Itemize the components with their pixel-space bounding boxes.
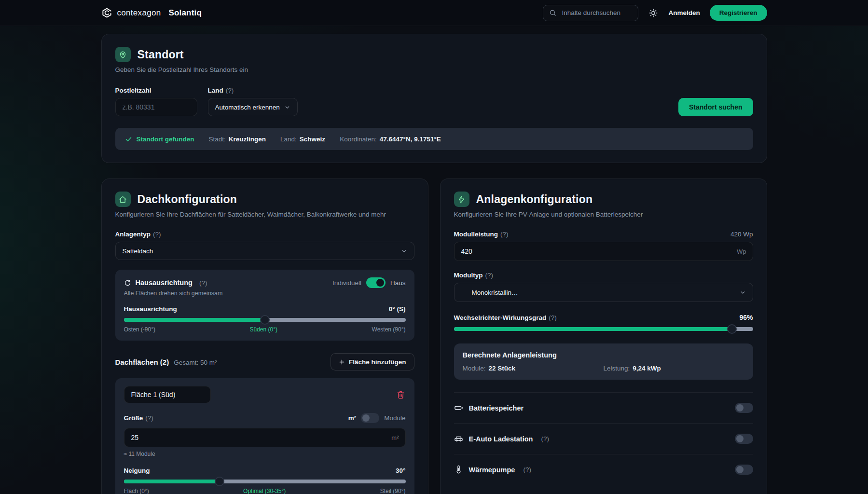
modulleistung-input-suffix: Wp [737,248,746,255]
standort-suchen-button[interactable]: Standort suchen [678,98,753,116]
unit-toggle[interactable] [361,413,379,423]
anlage-title: Anlagenkonfiguration [476,193,593,206]
land-select[interactable]: Automatisch erkennen [208,98,298,116]
slider-fill [454,327,732,331]
anlagentyp-select-value: Satteldach [123,247,153,255]
e-auto-toggle[interactable] [735,434,753,444]
groesse-input[interactable] [124,428,406,447]
groesse-input-suffix: m² [391,434,399,441]
option-row-batteriespeicher: Batteriespeicher [454,393,753,423]
modulleistung-help-marker[interactable]: (?) [500,231,509,238]
plus-icon [339,359,345,365]
anlagenkonfiguration-card: Anlagenkonfiguration Konfigurieren Sie I… [440,178,767,494]
neigung-slider-thumb[interactable] [215,477,224,486]
flaeche-hinzufuegen-button[interactable]: Fläche hinzufügen [331,353,414,370]
neigung-slider[interactable] [124,480,406,483]
modultyp-select[interactable]: Monokristallin… [454,283,753,302]
modultyp-help-marker[interactable]: (?) [485,272,494,279]
option-label: Batteriespeicher [469,404,524,412]
slider-fill [124,318,265,322]
hausausrichtung-panel-title: Hausausrichtung [136,279,193,287]
car-icon [454,434,463,443]
map-pin-icon [115,47,131,62]
standort-card: Standort Geben Sie die Postleitzahl Ihre… [101,34,767,163]
slider-min-label: Osten (-90°) [124,326,155,333]
wirkungsgrad-help-marker[interactable]: (?) [549,314,557,321]
land-help-marker[interactable]: (?) [226,87,234,94]
hausausrichtung-slider-thumb[interactable] [260,315,270,325]
wirkungsgrad-value: 96% [739,314,753,321]
standort-status-bar: Standort gefunden Stadt: Kreuzlingen Lan… [115,128,753,150]
modultyp-label: Modultyp(?) [454,272,753,279]
hausausrichtung-slider-label: Hausausrichtung [124,305,177,313]
lightning-bolt-icon [454,192,469,207]
slider-max-label: Steil (90°) [380,488,406,494]
chevron-down-icon [401,248,407,254]
hausausrichtung-help-marker[interactable]: (?) [199,279,207,287]
delete-flaeche-button[interactable] [396,390,406,400]
dach-subtitle: Konfigurieren Sie Ihre Dachflächen für S… [115,211,414,218]
search-input[interactable] [561,9,632,17]
result-module: Module: 22 Stück [463,365,604,372]
rotate-icon [124,279,131,287]
wirkungsgrad-slider[interactable] [454,327,753,331]
groesse-help-marker[interactable]: (?) [145,414,153,422]
modulleistung-label: Modulleistung(?) [454,231,509,238]
modulleistung-info: 420 Wp [730,231,753,238]
trash-icon [397,391,405,399]
groesse-label: Größe(?) [124,414,153,422]
result-leistung: Leistung: 9,24 kWp [604,365,744,372]
slider-min-label: Flach (0°) [124,488,149,494]
land-label: Land(?) [208,87,298,94]
status-found: Standort gefunden [125,136,194,143]
option-row-waermepumpe: Wärmepumpe (?) [454,454,753,485]
hausausrichtung-slider[interactable] [124,318,406,322]
flaeche-name-input[interactable] [124,386,211,403]
login-link[interactable]: Anmelden [668,9,700,16]
neigung-value: 30° [396,467,405,474]
wirkungsgrad-label: Wechselrichter-Wirkungsgrad(?) [454,314,557,321]
theme-toggle-sun-icon[interactable] [648,8,659,18]
unit-module-label[interactable]: Module [384,414,405,422]
wirkungsgrad-slider-thumb[interactable] [727,324,737,334]
chevron-down-icon [284,104,290,110]
modulleistung-input[interactable] [454,242,753,261]
dach-title: Dachkonfiguration [138,193,237,206]
anlagentyp-select[interactable]: Satteldach [115,242,414,260]
check-icon [125,136,132,143]
dachflaechen-label: Dachflächen (2) [115,358,169,366]
slider-max-label: Westen (90°) [372,326,406,333]
unit-m2-label[interactable]: m² [348,414,357,422]
e-auto-help-marker[interactable]: (?) [541,435,549,442]
top-nav: contexagon Solantiq [0,0,868,26]
standort-subtitle: Geben Sie die Postleitzahl Ihres Standor… [115,66,753,73]
search-icon [549,9,556,16]
brand-name: contexagon [117,8,161,18]
status-city: Stadt: Kreuzlingen [209,136,266,143]
waermepumpe-help-marker[interactable]: (?) [523,466,531,473]
waermepumpe-toggle[interactable] [735,465,753,475]
status-country: Land: Schweiz [280,136,325,143]
mode-individuell-label: Individuell [332,279,361,287]
status-coords: Koordinaten: 47.6447°N, 9.1751°E [340,136,441,143]
result-panel-title: Berechnete Anlagenleistung [463,351,744,359]
brand[interactable]: contexagon Solantiq [101,7,202,18]
plz-input[interactable] [115,98,197,116]
option-label: E-Auto Ladestation [469,435,533,443]
dachkonfiguration-card: Dachkonfiguration Konfigurieren Sie Ihre… [101,178,428,494]
batteriespeicher-toggle[interactable] [735,403,753,413]
register-button[interactable]: Registrieren [710,5,767,21]
anlagentyp-help-marker[interactable]: (?) [153,231,161,238]
anlage-subtitle: Konfigurieren Sie Ihre PV-Anlage und opt… [454,211,753,218]
option-row-e-auto-ladestation: E-Auto Ladestation (?) [454,424,753,454]
orientation-mode-toggle[interactable] [366,277,386,288]
modultyp-select-value: Monokristallin… [472,289,518,296]
hausausrichtung-panel: Hausausrichtung (?) Individuell Haus All… [115,270,414,341]
battery-icon [454,403,463,412]
flaeche-panel: Größe(?) m² Module m² ≈ 11 Module Neigun… [115,378,414,494]
options-list: Batteriespeicher E-Auto Ladestation [454,392,753,485]
land-select-value: Automatisch erkennen [215,104,280,111]
contexagon-logo-icon [101,7,112,18]
plz-label: Postleitzahl [115,87,197,94]
site-search[interactable] [543,5,638,21]
